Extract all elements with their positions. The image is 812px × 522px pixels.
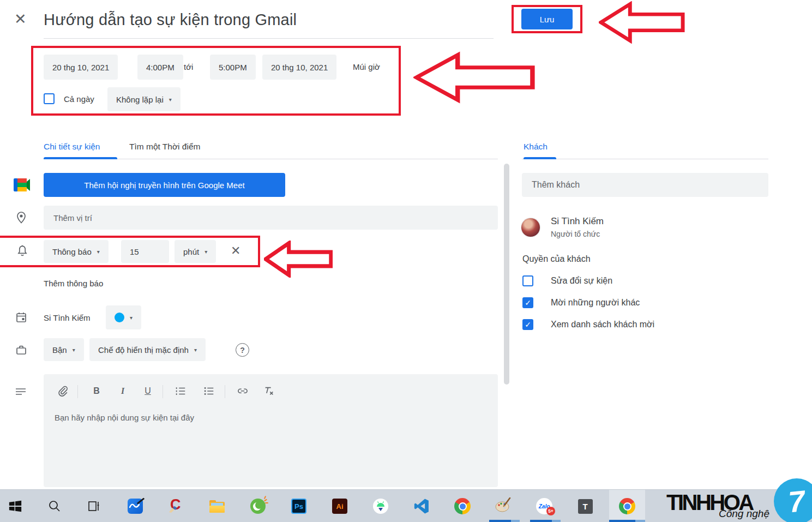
location-pin-icon xyxy=(15,211,28,224)
underline-button[interactable]: U xyxy=(141,383,155,399)
ccleaner-icon: C xyxy=(169,498,185,514)
chevron-down-icon: ▾ xyxy=(204,249,207,255)
taskbar-search-button[interactable] xyxy=(39,490,70,522)
all-day-checkbox[interactable]: ✓ xyxy=(44,93,55,104)
taskbar-vscode[interactable] xyxy=(406,490,437,522)
start-time-label: 4:00PM xyxy=(146,63,175,72)
permission-row: ✓ Mời những người khác xyxy=(522,297,640,308)
title-underline xyxy=(44,38,494,39)
permission-checkbox-see-guest-list[interactable]: ✓ xyxy=(522,319,533,330)
chevron-down-icon: ▾ xyxy=(169,97,172,103)
chevron-down-icon: ▾ xyxy=(194,347,197,353)
description-placeholder: Bạn hãy nhập nội dung sự kiện tại đây xyxy=(55,413,194,422)
file-explorer-icon xyxy=(209,502,225,513)
location-input[interactable] xyxy=(44,206,498,230)
toolbar-divider xyxy=(77,385,78,398)
tinhhoa-badge: 7 xyxy=(774,478,812,522)
taskbar-chrome[interactable] xyxy=(447,490,478,522)
running-indicator-chrome xyxy=(609,520,645,522)
taskbar-photoshop[interactable]: Ps xyxy=(284,490,314,522)
taskbar-paint[interactable] xyxy=(488,490,519,522)
close-icon[interactable]: ✕ xyxy=(14,12,27,27)
tinhhoa-subtitle: Công nghệ xyxy=(719,508,769,520)
to-label: tới xyxy=(184,62,193,71)
taskbar-whiteboard[interactable] xyxy=(120,490,151,522)
start-date-label: 20 thg 10, 2021 xyxy=(52,63,109,72)
taskbar-task-view-button[interactable] xyxy=(79,490,109,522)
vscode-icon xyxy=(414,499,429,514)
numbered-list-icon[interactable] xyxy=(173,383,188,399)
tab-find-time[interactable]: Tìm một Thời điểm xyxy=(129,142,200,152)
toolbar-divider xyxy=(163,385,163,398)
tab-event-details[interactable]: Chi tiết sự kiện xyxy=(44,142,100,152)
end-time-button[interactable]: 5:00PM xyxy=(210,55,256,80)
event-editor-screen: ✕ Hướng dẫn tạo sự kiện trong Gmail Lưu … xyxy=(0,0,812,522)
calendar-owner-label: Si Tình Kiếm xyxy=(44,313,91,322)
taskbar-start-button[interactable] xyxy=(0,490,31,522)
busy-dropdown[interactable]: Bận ▾ xyxy=(44,338,84,361)
remove-notification-icon[interactable]: ✕ xyxy=(231,245,240,257)
guest-avatar xyxy=(521,218,540,237)
annotation-arrow-notification xyxy=(264,241,333,278)
attach-icon[interactable] xyxy=(56,383,70,399)
calendar-color-dropdown[interactable]: ▾ xyxy=(106,305,141,329)
visibility-dropdown[interactable]: Chế độ hiển thị mặc định ▾ xyxy=(89,338,206,361)
insert-link-icon[interactable] xyxy=(236,383,250,399)
permission-row: ✓ Sửa đổi sự kiện xyxy=(522,275,612,286)
end-date-button[interactable]: 20 thg 10, 2021 xyxy=(262,55,336,80)
running-indicator-paint xyxy=(489,520,520,522)
bullet-list-icon[interactable] xyxy=(202,383,216,399)
taskbar-ccleaner[interactable]: C xyxy=(162,490,193,522)
search-icon xyxy=(47,499,62,513)
add-notification-link[interactable]: Thêm thông báo xyxy=(44,279,103,288)
taskbar-chrome-active[interactable] xyxy=(609,490,645,522)
taskbar-illustrator[interactable]: Ai xyxy=(324,490,355,522)
chrome-icon xyxy=(454,498,471,514)
all-day-label: Cả ngày xyxy=(64,94,94,104)
coccoc-icon xyxy=(250,499,266,514)
notification-type-dropdown[interactable]: Thông báo ▾ xyxy=(44,240,109,263)
active-tab-indicator xyxy=(44,157,117,159)
start-date-button[interactable]: 20 thg 10, 2021 xyxy=(44,55,118,80)
taskbar-zalo[interactable]: Zalo 5+ xyxy=(529,490,560,522)
timezone-button[interactable]: Múi giờ xyxy=(353,62,380,71)
visibility-label: Chế độ hiển thị mặc định xyxy=(98,345,189,355)
add-guest-input[interactable] xyxy=(522,173,768,197)
zalo-icon: Zalo 5+ xyxy=(536,498,552,514)
help-icon[interactable]: ? xyxy=(236,343,249,357)
notification-type-label: Thông báo xyxy=(52,247,92,256)
windows-logo-icon xyxy=(8,499,22,513)
android-studio-icon xyxy=(373,499,388,514)
end-time-label: 5:00PM xyxy=(219,63,247,72)
recurrence-dropdown[interactable]: Không lặp lại ▾ xyxy=(107,87,181,111)
taskbar-coccoc[interactable] xyxy=(243,490,273,522)
taskbar-t-app[interactable]: T xyxy=(570,490,600,522)
permission-label: Sửa đổi sự kiện xyxy=(551,276,612,286)
permission-checkbox-invite-others[interactable]: ✓ xyxy=(522,297,533,308)
busy-label: Bận xyxy=(52,345,67,355)
vertical-scrollbar[interactable] xyxy=(504,164,509,385)
clear-formatting-icon[interactable] xyxy=(262,383,276,399)
bell-icon xyxy=(16,244,29,257)
guests-tab-indicator xyxy=(524,157,556,159)
add-meet-button[interactable]: Thêm hội nghị truyền hình trên Google Me… xyxy=(44,173,285,197)
taskbar-android-studio[interactable] xyxy=(365,490,396,522)
italic-button[interactable]: I xyxy=(116,383,130,399)
bold-button[interactable]: B xyxy=(89,383,104,399)
permission-row: ✓ Xem danh sách khách mời xyxy=(522,319,654,330)
notification-unit-label: phút xyxy=(183,247,199,256)
tab-guests[interactable]: Khách xyxy=(524,142,548,152)
permission-checkbox-modify-event[interactable]: ✓ xyxy=(522,275,533,286)
taskbar-file-explorer[interactable] xyxy=(202,490,232,522)
start-time-button[interactable]: 4:00PM xyxy=(137,55,183,80)
whiteboard-icon xyxy=(128,499,143,514)
annotation-arrow-datetime xyxy=(413,51,536,104)
guest-role: Người tổ chức xyxy=(551,230,600,238)
save-button[interactable]: Lưu xyxy=(521,9,573,29)
task-view-icon xyxy=(87,499,101,513)
notification-unit-dropdown[interactable]: phút ▾ xyxy=(175,240,216,263)
notification-value-input[interactable] xyxy=(121,240,169,263)
paint-icon xyxy=(495,497,512,515)
running-indicator-zalo xyxy=(530,520,561,522)
page-title[interactable]: Hướng dẫn tạo sự kiện trong Gmail xyxy=(44,11,297,29)
